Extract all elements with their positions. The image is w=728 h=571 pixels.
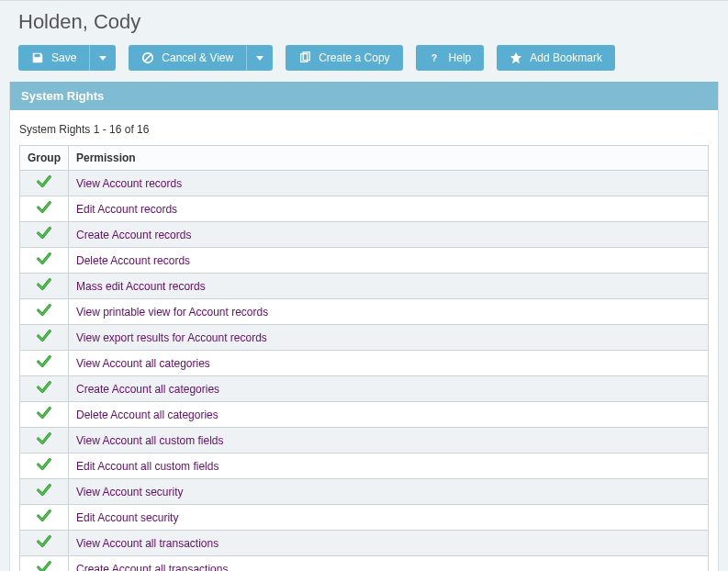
check-icon [36,302,52,321]
col-header-group[interactable]: Group [20,146,69,171]
rights-table: Group Permission View Account recordsEdi… [19,145,709,571]
check-icon [36,533,52,553]
create-copy-button-label: Create a Copy [319,51,389,64]
permission-cell: Edit Account security [69,505,709,531]
permission-cell: Create Account records [69,222,709,248]
cancel-icon [141,51,154,64]
help-button[interactable]: ? Help [416,45,485,71]
group-cell [20,196,69,222]
group-cell [20,556,69,572]
panel-title: System Rights [10,82,718,110]
group-cell [20,325,69,351]
permission-cell: View Account records [69,171,709,196]
permission-cell: View Account security [69,479,709,505]
table-row[interactable]: View export results for Account records [20,325,709,351]
save-button-group: Save [18,45,116,71]
group-cell [20,531,69,556]
permission-cell: Delete Account records [69,248,709,274]
copy-icon [298,51,311,64]
group-cell [20,299,69,325]
permission-cell: View export results for Account records [69,325,709,351]
group-cell [20,479,69,505]
group-cell [20,222,69,248]
permission-cell: View Account all categories [69,351,709,376]
table-row[interactable]: Create Account all categories [20,376,709,402]
table-row[interactable]: Delete Account records [20,248,709,274]
table-row[interactable]: Edit Account security [20,505,709,531]
permission-cell: Create Account all transactions [69,556,709,572]
table-row[interactable]: View Account all categories [20,351,709,376]
table-row[interactable]: View Account records [20,171,709,196]
group-cell [20,248,69,274]
table-row[interactable]: View Account all custom fields [20,428,709,453]
table-row[interactable]: Create Account records [20,222,709,248]
table-row[interactable]: Delete Account all categories [20,402,709,428]
check-icon [36,353,52,373]
check-icon [36,251,52,270]
group-cell [20,402,69,428]
check-icon [36,508,52,527]
save-icon [31,51,44,64]
save-button[interactable]: Save [18,45,89,71]
group-cell [20,428,69,453]
group-cell [20,274,69,299]
table-row[interactable]: View printable view for Account records [20,299,709,325]
check-icon [36,174,52,193]
panel: System Rights System Rights 1 - 16 of 16… [9,82,719,571]
table-row[interactable]: Create Account all transactions [20,556,709,572]
check-icon [36,199,52,218]
check-icon [36,225,52,244]
table-row[interactable]: Edit Account records [20,196,709,222]
permission-cell: Mass edit Account records [69,274,709,299]
permission-cell: View Account all transactions [69,531,709,556]
chevron-down-icon [99,56,106,61]
help-icon: ? [429,51,442,64]
table-row[interactable]: Mass edit Account records [20,274,709,299]
star-icon [510,51,522,64]
svg-text:?: ? [431,52,436,63]
permission-cell: Edit Account all custom fields [69,453,709,479]
check-icon [36,276,52,296]
group-cell [20,453,69,479]
permission-cell: View printable view for Account records [69,299,709,325]
create-copy-button[interactable]: Create a Copy [286,45,402,71]
permission-cell: Edit Account records [69,196,709,222]
table-row[interactable]: View Account all transactions [20,531,709,556]
permission-cell: View Account all custom fields [69,428,709,453]
check-icon [36,405,52,424]
group-cell [20,505,69,531]
table-row[interactable]: Edit Account all custom fields [20,453,709,479]
chevron-down-icon [256,56,263,61]
help-button-label: Help [449,51,472,64]
check-icon [36,328,52,347]
add-bookmark-button-label: Add Bookmark [530,51,602,64]
toolbar: Save Cancel & View Create a Copy ? Help [0,41,728,82]
col-header-permission[interactable]: Permission [69,146,709,171]
permission-cell: Create Account all categories [69,376,709,402]
cancel-view-dropdown-button[interactable] [246,45,273,71]
save-button-label: Save [51,51,76,64]
check-icon [36,482,52,501]
cancel-view-button[interactable]: Cancel & View [129,45,246,71]
check-icon [36,431,52,450]
page-title: Holden, Cody [0,0,728,41]
cancel-view-button-group: Cancel & View [129,45,273,71]
group-cell [20,376,69,402]
group-cell [20,171,69,196]
permission-cell: Delete Account all categories [69,402,709,428]
add-bookmark-button[interactable]: Add Bookmark [497,45,615,71]
panel-count: System Rights 1 - 16 of 16 [10,110,718,145]
save-dropdown-button[interactable] [89,45,116,71]
svg-line-1 [145,55,151,62]
check-icon [36,559,52,571]
group-cell [20,351,69,376]
check-icon [36,379,52,398]
check-icon [36,456,52,476]
table-row[interactable]: View Account security [20,479,709,505]
cancel-view-button-label: Cancel & View [162,51,233,64]
